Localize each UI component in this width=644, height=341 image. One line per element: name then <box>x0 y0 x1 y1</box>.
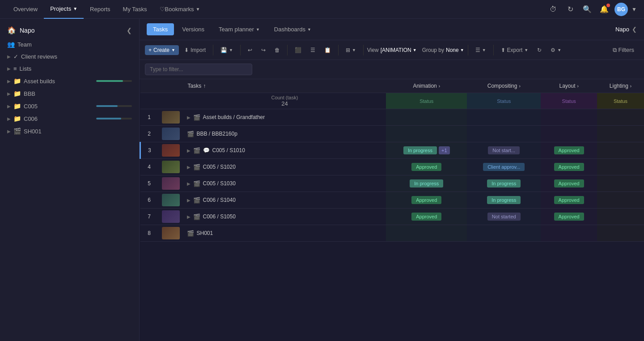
sidebar-item-client-reviews[interactable]: ▶ ✓ Client reviews <box>0 51 139 63</box>
table-row[interactable]: 8🎬SH001 <box>140 225 644 242</box>
animation-status-badge[interactable]: Approved <box>411 213 441 221</box>
nav-bookmarks[interactable]: ♡ Bookmarks ▼ <box>153 0 207 19</box>
th-compositing[interactable]: Compositing › <box>467 79 541 93</box>
layout-expand-icon[interactable]: › <box>577 84 579 89</box>
row-lighting-status[interactable] <box>597 126 644 142</box>
row-lighting-status[interactable] <box>597 209 644 225</box>
sidebar-item-lists[interactable]: ▶ ≡ Lists <box>0 63 139 75</box>
compositing-status-badge[interactable]: Not started <box>487 213 521 221</box>
layout-status-badge[interactable]: Approved <box>554 196 584 204</box>
view-selector[interactable]: [ANIMATION ▼ <box>381 47 417 53</box>
row-task-name[interactable]: ▶🎬C005 / S1020 <box>183 159 386 175</box>
row-task-name[interactable]: 🎬BBB / BBB2160p <box>183 126 386 142</box>
row-layout-status[interactable]: Approved <box>541 159 597 175</box>
table-row[interactable]: 7▶🎬C006 / S1050ApprovedNot startedApprov… <box>140 209 644 225</box>
table-row[interactable]: 6▶🎬C006 / S1040ApprovedIn progressApprov… <box>140 192 644 209</box>
th-tasks[interactable]: Tasks ↑ <box>183 79 386 93</box>
row-expand-icon[interactable]: ▶ <box>187 115 191 120</box>
row-task-name[interactable]: ▶🎬💬C005 / S1010 <box>183 142 386 159</box>
compositing-status-badge[interactable]: Client approv... <box>483 163 525 171</box>
refresh-button[interactable]: ↻ <box>564 3 577 16</box>
row-lighting-status[interactable] <box>597 175 644 192</box>
tasks-sort-icon[interactable]: ↑ <box>203 83 206 89</box>
sidebar-team-label[interactable]: 👥 Team <box>0 38 139 51</box>
layout-status-badge[interactable]: Approved <box>554 146 584 154</box>
row-animation-status[interactable] <box>386 225 467 242</box>
row-animation-status[interactable] <box>386 126 467 142</box>
groupby-selector[interactable]: None ▼ <box>446 47 464 53</box>
row-layout-status[interactable] <box>541 109 597 126</box>
tab-versions[interactable]: Versions <box>176 23 211 35</box>
row-layout-status[interactable]: Approved <box>541 192 597 209</box>
notification-button[interactable]: 🔔 <box>597 3 611 16</box>
nav-reports[interactable]: Reports <box>84 0 117 19</box>
th-layout[interactable]: Layout › <box>541 79 597 93</box>
align-center-button[interactable]: ☰ <box>307 45 319 55</box>
layout-status-badge[interactable]: Approved <box>554 163 584 171</box>
row-compositing-status[interactable] <box>467 225 541 242</box>
th-lighting[interactable]: Lighting › <box>597 79 644 93</box>
row-task-name[interactable]: ▶🎬Asset builds / Grandfather <box>183 109 386 126</box>
filter-input[interactable] <box>145 64 252 75</box>
row-expand-icon[interactable]: ▶ <box>187 165 191 170</box>
row-layout-status[interactable]: Approved <box>541 175 597 192</box>
row-compositing-status[interactable] <box>467 126 541 142</box>
sidebar-folder-asset-builds[interactable]: ▶ 📁 Asset builds <box>0 75 139 87</box>
nav-overview[interactable]: Overview <box>7 0 44 19</box>
row-compositing-status[interactable]: Not started <box>467 209 541 225</box>
animation-status-badge[interactable]: Approved <box>411 196 441 204</box>
row-expand-icon[interactable]: ▶ <box>187 148 191 153</box>
row-expand-icon[interactable]: ▶ <box>187 181 191 186</box>
table-row[interactable]: 3▶🎬💬C005 / S1010In progress+1Not start..… <box>140 142 644 159</box>
compositing-status-badge[interactable]: In progress <box>487 196 521 204</box>
row-compositing-status[interactable]: In progress <box>467 192 541 209</box>
row-animation-status[interactable]: In progress <box>386 175 467 192</box>
row-layout-status[interactable]: Approved <box>541 142 597 159</box>
sidebar-collapse-button[interactable]: ❮ <box>127 27 132 34</box>
sidebar-folder-c006[interactable]: ▶ 📁 C006 <box>0 112 139 125</box>
tab-dashboards[interactable]: Dashboards ▼ <box>268 23 318 35</box>
th-animation[interactable]: Animation › <box>386 79 467 93</box>
refresh-table-button[interactable]: ↻ <box>534 45 545 55</box>
row-lighting-status[interactable] <box>597 109 644 126</box>
row-task-name[interactable]: 🎬SH001 <box>183 225 386 242</box>
compositing-status-badge[interactable]: In progress <box>487 179 521 188</box>
save-button[interactable]: 💾 ▼ <box>217 45 237 55</box>
row-compositing-status[interactable]: In progress <box>467 175 541 192</box>
export-button[interactable]: ⬆ Export ▼ <box>497 45 532 55</box>
settings-button[interactable]: ⚙ ▼ <box>547 45 565 55</box>
history-button[interactable]: ⏱ <box>547 3 560 16</box>
nav-projects[interactable]: Projects ▼ <box>44 0 84 19</box>
row-compositing-status[interactable]: Not start... <box>467 142 541 159</box>
filters-button[interactable]: ⧉ Filters <box>608 45 639 55</box>
row-compositing-status[interactable] <box>467 109 541 126</box>
row-animation-status[interactable]: Approved <box>386 192 467 209</box>
row-task-name[interactable]: ▶🎬C005 / S1030 <box>183 175 386 192</box>
table-row[interactable]: 5▶🎬C005 / S1030In progressIn progressApp… <box>140 175 644 192</box>
row-expand-icon[interactable]: ▶ <box>187 198 191 203</box>
row-animation-status[interactable] <box>386 109 467 126</box>
search-button[interactable]: 🔍 <box>580 3 594 16</box>
tab-team-planner[interactable]: Team planner ▼ <box>212 23 266 35</box>
animation-expand-icon[interactable]: › <box>439 84 440 89</box>
tab-tasks[interactable]: Tasks <box>147 23 174 35</box>
row-lighting-status[interactable] <box>597 192 644 209</box>
nav-my-tasks[interactable]: My Tasks <box>117 0 153 19</box>
compositing-expand-icon[interactable]: › <box>519 84 520 89</box>
animation-status-badge[interactable]: Approved <box>411 163 441 171</box>
row-expand-icon[interactable]: ▶ <box>187 214 191 219</box>
align-left-button[interactable]: ⬛ <box>291 45 305 55</box>
delete-button[interactable]: 🗑 <box>271 45 284 55</box>
row-lighting-status[interactable] <box>597 159 644 175</box>
table-row[interactable]: 4▶🎬C005 / S1020ApprovedClient approv...A… <box>140 159 644 175</box>
layout-status-badge[interactable]: Approved <box>554 179 584 188</box>
row-layout-status[interactable]: Approved <box>541 209 597 225</box>
row-animation-status[interactable]: Approved <box>386 159 467 175</box>
row-layout-status[interactable] <box>541 225 597 242</box>
list-view-button[interactable]: ☰ ▼ <box>472 45 490 55</box>
row-lighting-status[interactable] <box>597 142 644 159</box>
import-button[interactable]: ⬇ Import <box>181 45 209 55</box>
row-animation-status[interactable]: Approved <box>386 209 467 225</box>
grid-button[interactable]: ⊞ ▼ <box>342 45 360 55</box>
user-avatar[interactable]: BG <box>614 3 628 16</box>
